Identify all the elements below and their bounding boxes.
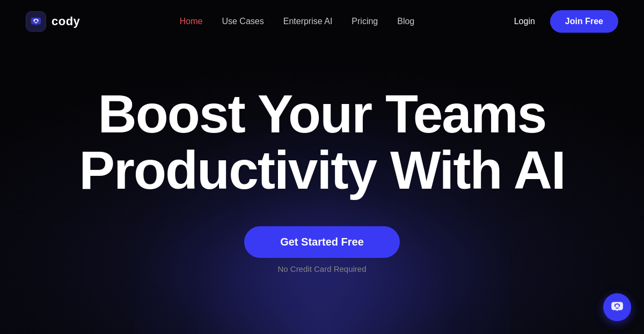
join-free-button[interactable]: Join Free xyxy=(550,10,618,33)
svg-rect-3 xyxy=(611,302,623,310)
nav-item-home[interactable]: Home xyxy=(180,17,203,26)
nav-item-usecases[interactable]: Use Cases xyxy=(222,17,264,26)
svg-point-5 xyxy=(618,305,620,307)
get-started-button[interactable]: Get Started Free xyxy=(244,226,400,258)
nav-item-blog[interactable]: Blog xyxy=(397,17,414,26)
chat-bubble-button[interactable] xyxy=(603,293,631,321)
nav-link-pricing[interactable]: Pricing xyxy=(352,17,378,26)
nav-right: Login Join Free xyxy=(514,10,618,33)
nav-links: Home Use Cases Enterprise AI Pricing Blo… xyxy=(180,17,414,26)
nav-link-enterprise[interactable]: Enterprise AI xyxy=(283,17,333,26)
svg-rect-0 xyxy=(31,18,41,25)
page-wrapper: cody Home Use Cases Enterprise AI Pricin… xyxy=(0,0,644,334)
no-credit-text: No Credit Card Required xyxy=(277,264,366,273)
hero-title-line1: Boost Your Teams xyxy=(98,84,546,144)
svg-point-2 xyxy=(37,20,39,22)
navbar: cody Home Use Cases Enterprise AI Pricin… xyxy=(0,0,644,43)
hero-section: Boost Your Teams Productivity With AI Ge… xyxy=(0,43,644,273)
nav-link-usecases[interactable]: Use Cases xyxy=(222,17,264,26)
nav-link-home[interactable]: Home xyxy=(180,17,203,26)
nav-item-enterprise[interactable]: Enterprise AI xyxy=(283,17,333,26)
svg-point-4 xyxy=(614,305,616,307)
hero-title-line2: Productivity With AI xyxy=(79,140,565,200)
svg-point-1 xyxy=(33,20,35,22)
logo-icon xyxy=(26,11,46,32)
hero-title: Boost Your Teams Productivity With AI xyxy=(79,86,565,198)
logo-area: cody xyxy=(26,11,80,32)
logo-text: cody xyxy=(52,14,80,28)
login-button[interactable]: Login xyxy=(514,17,535,26)
hero-cta-area: Get Started Free No Credit Card Required xyxy=(244,226,400,273)
nav-item-pricing[interactable]: Pricing xyxy=(352,17,378,26)
nav-link-blog[interactable]: Blog xyxy=(397,17,414,26)
